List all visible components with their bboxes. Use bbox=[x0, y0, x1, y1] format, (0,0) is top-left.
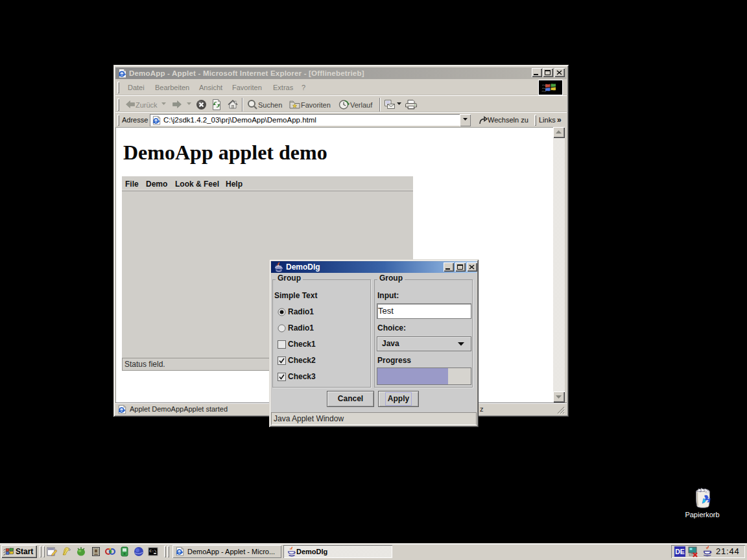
svg-text:C:\: C:\ bbox=[150, 549, 157, 554]
